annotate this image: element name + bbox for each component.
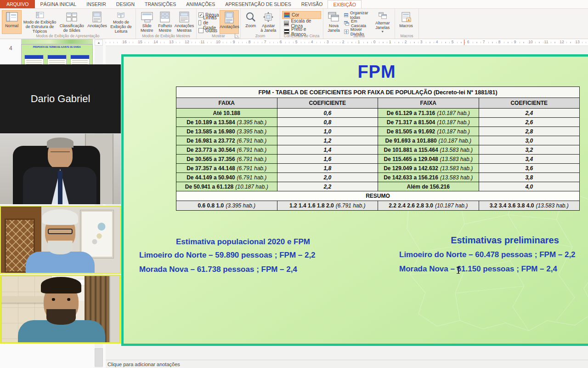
participant-beard xyxy=(48,241,73,254)
ribbon-tab-animações[interactable]: ANIMAÇÕES xyxy=(181,0,220,8)
arrange-all-button[interactable]: Organizar todas xyxy=(342,11,373,19)
ribbon-group-master-views: Slide Mestre Folheto Mestre Anotações Me… xyxy=(136,9,197,39)
guides-checkbox[interactable]: Guias xyxy=(198,27,219,34)
new-window-button[interactable]: Nova Janela xyxy=(325,10,342,34)
slide-thumbnail-3-partial[interactable] xyxy=(21,39,93,44)
block-line: Limoeiro do Norte – 60.478 pessoas ; FPM… xyxy=(399,250,588,259)
ribbon-tab-inserir[interactable]: INSERIR xyxy=(81,0,111,8)
ribbon-tab-revisão[interactable]: REVISÃO xyxy=(296,0,328,8)
ribbon-group-color-grayscale: Cor Escala de Cinza Preto e Branco Cor/E… xyxy=(280,9,323,39)
slide-canvas[interactable]: FPM FPM - TABELA DE COEFICIENTES POR FAI… xyxy=(121,54,588,346)
table-row: De 37.357 a 44.148(6.791 hab.)1,8De 129.… xyxy=(176,164,579,173)
scrollbar-up-arrow-icon[interactable]: ▲ xyxy=(95,40,103,46)
coeficiente-cell: 3,0 xyxy=(479,136,580,145)
ribbon-tab-transições[interactable]: TRANSIÇÕES xyxy=(140,0,181,8)
notes-master-button[interactable]: Anotações Mestras xyxy=(174,10,194,34)
ribbon-tab-design[interactable]: DESIGN xyxy=(111,0,140,8)
outline-view-button[interactable]: Modo de Exibição de Estrutura de Tópicos xyxy=(22,10,58,34)
faixa-cell: De 16.981 a 23.772(6.791 hab.) xyxy=(176,136,277,145)
normal-view-icon xyxy=(6,12,18,23)
notes-pane[interactable]: Clique para adicionar anotações xyxy=(106,360,588,368)
ribbon-group-zoom: Zoom Ajustar à Janela Zoom xyxy=(241,9,280,39)
button-label: Folheto Mestre xyxy=(158,23,173,33)
normal-view-button[interactable]: Normal xyxy=(2,10,22,34)
slide-master-button[interactable]: Slide Mestre xyxy=(138,10,156,34)
ribbon-tab-apresentação-de-slides[interactable]: APRESENTAÇÃO DE SLIDES xyxy=(220,0,296,8)
group-label: Mostrar xyxy=(197,34,240,38)
button-label: Slide Mestre xyxy=(139,23,155,33)
coeficiente-cell: 2,8 xyxy=(479,127,580,136)
faixa-cell: De 129.049 a 142.632(13.583 hab.) xyxy=(378,164,479,172)
video-feed-1[interactable] xyxy=(0,134,121,204)
ruler-number: 10 xyxy=(215,40,221,44)
faixa-cell: De 37.357 a 44.148(6.791 hab.) xyxy=(176,164,277,172)
faixa-cell: De 71.317 a 81.504(10.187 hab.) xyxy=(378,118,479,126)
grayscale-button[interactable]: Escala de Cinza xyxy=(282,19,321,27)
ribbon-tab-exibição[interactable]: EXIBIÇÃO xyxy=(328,0,362,8)
video-feed-2-active-speaker[interactable] xyxy=(0,206,121,274)
macros-button[interactable]: Macros xyxy=(397,10,415,34)
handout-master-button[interactable]: Folheto Mestre xyxy=(156,10,175,34)
checkbox-box xyxy=(198,28,204,33)
grayscale-icon xyxy=(284,21,289,26)
block-line: Limoeiro do Norte – 59.890 pessoas ; FPM… xyxy=(139,251,347,260)
show-notes-icon xyxy=(224,12,234,23)
button-label: Modo de Exibição de Estrutura de Tópicos xyxy=(23,20,57,34)
checkbox-label: Guias xyxy=(205,28,217,33)
cascade-button[interactable]: Em Cascata xyxy=(342,19,373,27)
video-call-overlay: Dario Gabriel xyxy=(0,64,121,344)
gridlines-checkbox[interactable]: Linhas de Grade xyxy=(198,19,219,26)
show-dialog-launcher[interactable]: ↘ xyxy=(235,34,239,38)
participant-hair xyxy=(41,277,81,293)
fit-to-window-icon xyxy=(263,12,274,23)
block-line: Morada Nova – 61.738 pessoas ; FPM – 2,4 xyxy=(139,265,347,274)
ruler-number: 7 xyxy=(482,40,486,44)
zoom-button[interactable]: Zoom xyxy=(243,10,259,34)
group-label: Janela xyxy=(323,34,395,38)
slide-number: 4 xyxy=(9,45,12,52)
coeficiente-cell: 2,2 xyxy=(277,182,379,191)
notes-page-button[interactable]: Anotações xyxy=(86,10,108,34)
fit-to-window-button[interactable]: Ajustar à Janela xyxy=(259,10,278,34)
scrollbar-thumb[interactable] xyxy=(95,348,103,367)
ruler-number: 12 xyxy=(559,40,565,44)
reading-view-button[interactable]: Modo de Exibição de Leitura xyxy=(108,10,134,34)
ruler-number: 2 xyxy=(404,40,408,44)
button-label: Zoom xyxy=(245,23,256,28)
coeficiente-cell: 1,8 xyxy=(277,164,379,172)
ribbon-tab-arquivo[interactable]: ARQUIVO xyxy=(0,0,35,8)
faixa-cell: Além de 156.216 xyxy=(378,182,479,191)
ribbon-tab-página-inicial[interactable]: PÁGINA INICIAL xyxy=(35,0,81,8)
background-door xyxy=(109,276,119,344)
group-label: Modos de Exibição Mestres xyxy=(136,34,196,38)
horizontal-ruler[interactable]: 1615141312111098765432101234567891011121… xyxy=(106,39,588,46)
faixa-cell: De 30.565 a 37.356(6.791 hab.) xyxy=(176,155,277,163)
slide-title: FPM xyxy=(124,62,588,82)
table-row: De 44.149 a 50.940(6.791 hab.)2,0De 142.… xyxy=(176,173,579,182)
switch-windows-icon xyxy=(377,12,389,20)
participant-tile-dario-gabriel[interactable]: Dario Gabriel xyxy=(0,64,121,133)
cascade-icon xyxy=(344,21,349,26)
color-button[interactable]: Cor xyxy=(282,11,321,19)
participant-eyes xyxy=(49,298,73,301)
slide-sorter-button[interactable]: Classificação de Slides xyxy=(58,10,86,34)
column-header: COEFICIENTE xyxy=(277,98,379,108)
coeficiente-cell: 2,4 xyxy=(479,109,580,117)
video-feed-3-active-speaker[interactable] xyxy=(0,275,121,344)
ruler-number: 16 xyxy=(121,40,127,44)
ruler-number: 9 xyxy=(232,40,236,44)
faixa-cell: De 44.149 a 50.940(6.791 hab.) xyxy=(176,173,277,182)
artwork-sketch xyxy=(85,215,108,253)
ruler-number: 11 xyxy=(543,40,549,44)
coeficiente-cell: 1,6 xyxy=(277,155,379,163)
faixa-cell: De 101.881 a 115.464(13.583 hab.) xyxy=(378,145,479,154)
switch-windows-button[interactable]: Alternar Janelas ▼ xyxy=(372,10,393,34)
faixa-cell: De 23.773 a 30.564(6.791 hab.) xyxy=(176,145,277,154)
participant-glasses xyxy=(51,151,70,155)
ribbon-group-presentation-views: Normal Modo de Exibição de Estrutura de … xyxy=(0,9,136,39)
button-label: Modo de Exibição de Leitura xyxy=(110,20,132,34)
population-estimate-2020-block: Estimativa populacional 2020 e FPM Limoe… xyxy=(139,237,347,279)
show-notes-button[interactable]: Anotações xyxy=(220,10,239,34)
ruler-position-marker xyxy=(464,40,464,45)
block-heading: Estimativas preliminares xyxy=(399,235,588,246)
